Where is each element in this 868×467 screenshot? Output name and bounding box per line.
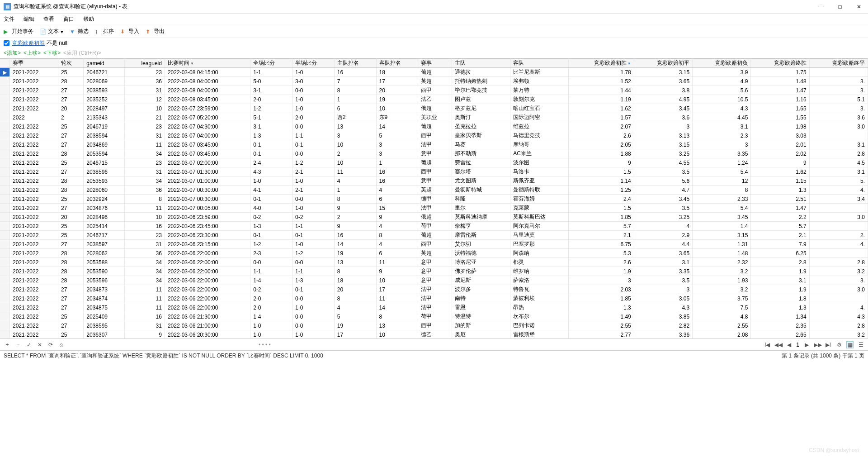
col-header[interactable]: 竞彩欧赔初平 (634, 59, 692, 68)
cell[interactable]: 3.65 (634, 249, 692, 258)
cell[interactable]: 2021-2022 (10, 285, 58, 294)
grid-view-icon[interactable]: ▦ (846, 341, 854, 348)
cell[interactable]: 科隆 (452, 195, 510, 204)
cell[interactable]: 德甲 (418, 195, 452, 204)
cell[interactable]: 南特 (452, 294, 510, 303)
cell[interactable]: 2053588 (84, 258, 125, 267)
cell[interactable]: 2.33 (693, 195, 751, 204)
cell[interactable]: 维兹拉 (510, 122, 569, 131)
cell[interactable]: 意甲 (418, 267, 452, 276)
cell[interactable]: 14 (376, 303, 418, 312)
cell[interactable]: 17 (376, 285, 418, 294)
cell[interactable]: 雷恩 (452, 303, 510, 312)
cell[interactable]: 1 (334, 186, 376, 195)
cell[interactable]: 1-2 (250, 240, 292, 249)
cell[interactable]: 1 (376, 158, 418, 167)
cell[interactable]: 2.65 (751, 330, 809, 339)
cell[interactable]: 1-0 (292, 176, 334, 186)
cell[interactable]: 20 (58, 104, 84, 113)
cell[interactable]: 0-2 (250, 213, 292, 222)
table-row[interactable]: 2021-2022252025414162022-03-06 23:45:001… (0, 222, 868, 231)
col-header[interactable]: 赛事 (418, 59, 452, 68)
cell[interactable]: 1.19 (569, 95, 634, 104)
cell[interactable]: 2021-2022 (10, 330, 58, 339)
cell[interactable]: 2034876 (84, 204, 125, 213)
cell[interactable]: 3.75 (693, 294, 751, 303)
cell[interactable]: 4.5 (809, 158, 868, 167)
cell[interactable]: 36 (125, 77, 165, 86)
cell[interactable]: 3 (634, 122, 692, 131)
cell[interactable]: 4.4 (634, 240, 692, 249)
cell[interactable]: 曼彻斯特城 (452, 186, 510, 195)
cell[interactable]: 11 (125, 285, 165, 294)
cell[interactable]: 3.2 (809, 267, 868, 276)
cell[interactable]: 34 (125, 176, 165, 186)
cell[interactable]: 1.47 (751, 86, 809, 95)
cell[interactable]: 10 (125, 213, 165, 222)
cell[interactable]: 2028497 (84, 104, 125, 113)
cell[interactable]: 2021-2022 (10, 303, 58, 312)
cell[interactable]: 2022-03-06 23:59:00 (165, 213, 250, 222)
cell[interactable]: 2021-2022 (10, 77, 58, 86)
cell[interactable]: 16 (125, 222, 165, 231)
cell[interactable]: 西甲 (418, 167, 452, 176)
cell[interactable]: 2021-2022 (10, 131, 58, 140)
cell[interactable]: 2053593 (84, 176, 125, 186)
cell[interactable]: 2038594 (84, 131, 125, 140)
cell[interactable]: 莫斯科斯巴达 (510, 213, 569, 222)
cell[interactable]: 2.8 (809, 321, 868, 330)
cell[interactable]: 英超 (418, 77, 452, 86)
cell[interactable]: 法甲 (418, 140, 452, 149)
cell[interactable]: 1 (334, 95, 376, 104)
cell[interactable]: 5.4 (693, 167, 751, 176)
cell[interactable]: AC米兰 (510, 149, 569, 158)
cell[interactable]: 法乙 (418, 95, 452, 104)
col-header[interactable]: 竞彩欧赔初负 (693, 59, 751, 68)
import-button[interactable]: ⬇导入 (120, 28, 139, 35)
export-button[interactable]: ⬆导出 (146, 28, 165, 35)
cell[interactable]: 2.03 (569, 285, 634, 294)
cell[interactable]: 2038593 (84, 86, 125, 95)
cell[interactable]: 25 (58, 222, 84, 231)
cell[interactable]: 俄超 (418, 213, 452, 222)
col-header[interactable]: 竞彩欧赔初胜▼ (569, 59, 634, 68)
cell[interactable]: 5 (334, 312, 376, 321)
cell[interactable]: 2021-2022 (10, 267, 58, 276)
cell[interactable]: 2-1 (292, 186, 334, 195)
menu-help[interactable]: 帮助 (83, 15, 94, 23)
cell[interactable]: 5-1 (250, 113, 292, 122)
cell[interactable]: 马里迪莫 (510, 231, 569, 240)
cell[interactable]: 2022-03-06 23:15:00 (165, 240, 250, 249)
cell[interactable]: 1-2 (292, 158, 334, 167)
cell[interactable]: 2 (334, 149, 376, 158)
cell[interactable]: 3 (376, 149, 418, 158)
cell[interactable]: 28 (58, 149, 84, 158)
cell[interactable]: 雷根斯堡 (510, 330, 569, 339)
cell[interactable]: 波尔多 (452, 285, 510, 294)
col-header[interactable]: leagueid (125, 59, 165, 68)
cell[interactable]: 斯佩齐亚 (510, 176, 569, 186)
cell[interactable]: 西甲 (418, 86, 452, 95)
cell[interactable]: 28 (58, 258, 84, 267)
cell[interactable]: 1.5 (569, 204, 634, 213)
cell[interactable]: 2021-2022 (10, 240, 58, 249)
menu-window[interactable]: 窗口 (63, 15, 74, 23)
cell[interactable]: 10 (376, 104, 418, 113)
cell[interactable]: 25 (58, 158, 84, 167)
cell[interactable]: 1.62 (569, 104, 634, 113)
down-link[interactable]: <下移> (43, 49, 61, 57)
cell[interactable]: 通德拉 (452, 68, 510, 77)
col-header[interactable]: 轮次 (58, 59, 84, 68)
cell[interactable]: 28 (58, 276, 84, 285)
cell[interactable]: 2022-03-07 00:30:00 (165, 195, 250, 204)
cell[interactable]: 0-1 (292, 140, 334, 149)
cell[interactable]: 17 (376, 77, 418, 86)
cell[interactable]: 马赛 (452, 140, 510, 149)
cell[interactable]: 6 (334, 104, 376, 113)
cell[interactable]: 葡超 (418, 68, 452, 77)
cell[interactable]: 加的斯 (452, 321, 510, 330)
cell[interactable]: 4-0 (250, 204, 292, 213)
cell[interactable]: 奈梅亨 (452, 222, 510, 231)
cell[interactable]: 巴塞罗那 (510, 240, 569, 249)
cell[interactable]: 巴列卡诺 (510, 321, 569, 330)
